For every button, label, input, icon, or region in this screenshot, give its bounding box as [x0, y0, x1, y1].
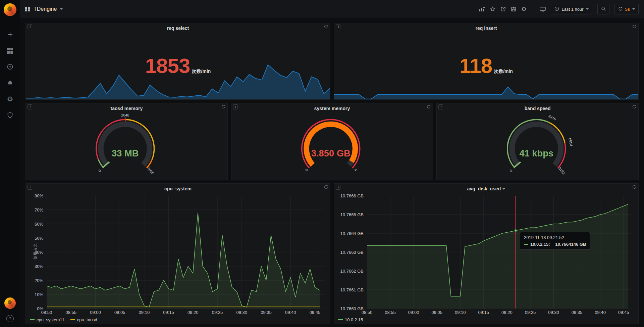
- dashboard-settings-gear-icon[interactable]: ⚙: [521, 6, 526, 12]
- y-tick-label: 10.7662 GB: [340, 269, 364, 274]
- y-tick-label: 10%: [35, 292, 43, 297]
- sidebar-item-server-admin[interactable]: [6, 111, 14, 119]
- y-tick-label: 50%: [35, 236, 43, 241]
- refresh-button[interactable]: 5s: [614, 4, 639, 14]
- singlestat-number: 1853: [145, 55, 190, 76]
- tooltip-time: 2019-11-13 09:21:52: [524, 235, 586, 240]
- panel-info-corner-icon[interactable]: i: [233, 104, 238, 109]
- grafana-app: ⚙ ? TDengine ⚙ Last 1 hour: [0, 0, 644, 327]
- shield-icon: [7, 112, 13, 119]
- dashboard-title[interactable]: TDengine: [34, 6, 57, 12]
- star-icon[interactable]: [490, 6, 495, 12]
- bell-icon: [7, 80, 13, 86]
- gauge-max-label: 4096: [147, 166, 155, 175]
- legend-item[interactable]: 10.0.2.15: [338, 317, 363, 322]
- gauge: 2048 0 4096 33 MB: [26, 113, 227, 178]
- sidebar-item-alerting[interactable]: [6, 79, 14, 87]
- x-tick-label: 09:10: [139, 310, 150, 315]
- x-tick-label: 09:40: [285, 310, 296, 315]
- y-axis-ticks: 10.7660 GB10.7661 GB10.7662 GB10.7663 GB…: [337, 196, 366, 309]
- panel-loading-icon[interactable]: [632, 104, 637, 110]
- singlestat-unit: 次数/min: [494, 68, 513, 75]
- singlestat-unit: 次数/min: [192, 68, 211, 75]
- singlestat-value: 118 次数/min: [334, 55, 638, 76]
- sidebar-item-explore[interactable]: [6, 63, 14, 71]
- refresh-icon: [618, 6, 623, 12]
- panel-band-speed: i band speed 0 4916 6554 8192 41 kbps: [436, 103, 639, 180]
- panel-loading-icon[interactable]: [426, 104, 431, 110]
- panel-req-select: i req select 1853 次数/min: [25, 23, 330, 100]
- x-tick-label: 09:10: [455, 310, 466, 315]
- panel-loading-icon[interactable]: [324, 185, 328, 191]
- panel-info-corner-icon[interactable]: i: [28, 185, 32, 190]
- panel-title[interactable]: avg_disk_used: [334, 186, 638, 191]
- gauge: 0 4916 6554 8192 41 kbps: [437, 113, 638, 178]
- panel-loading-icon[interactable]: [632, 185, 637, 191]
- plus-icon: [7, 31, 13, 38]
- sidebar: ⚙ ?: [0, 0, 20, 327]
- legend-item[interactable]: cpu_taosd: [70, 317, 97, 322]
- caret-down-icon: [502, 188, 505, 190]
- panel-info-corner-icon[interactable]: i: [336, 185, 340, 190]
- gauge-threshold-label: 6554: [568, 138, 574, 146]
- tv-mode-icon[interactable]: [540, 6, 546, 12]
- x-tick-label: 09:20: [187, 310, 199, 315]
- save-icon[interactable]: [511, 6, 516, 12]
- panel-taosd-memory: i taosd memory 2048 0 4096: [25, 103, 228, 180]
- x-tick-label: 09:45: [310, 310, 321, 315]
- panel-loading-icon[interactable]: [324, 24, 328, 30]
- navbar-right: ⚙ Last 1 hour 5s: [479, 4, 639, 14]
- gauge: 0 4 3.850 GB: [231, 113, 433, 178]
- help-icon[interactable]: ?: [6, 315, 14, 322]
- x-tick-label: 09:15: [163, 310, 174, 315]
- panel-title[interactable]: band speed: [437, 106, 638, 111]
- grafana-logo-icon[interactable]: [4, 3, 16, 16]
- panel-info-corner-icon[interactable]: i: [28, 24, 32, 29]
- x-tick-label: 09:05: [431, 310, 442, 315]
- gauge-value: 41 kbps: [519, 148, 553, 158]
- caret-down-icon: [632, 8, 635, 10]
- graph-plot[interactable]: 2019-11-13 09:21:52 10.0.2.15: 10.766414…: [367, 196, 633, 309]
- panel-title[interactable]: req select: [26, 26, 330, 31]
- x-tick-label: 08:55: [65, 310, 76, 315]
- x-tick-label: 09:20: [501, 310, 513, 315]
- panel-info-corner-icon[interactable]: i: [336, 24, 340, 29]
- panel-title[interactable]: req insert: [334, 26, 638, 31]
- dashboard: i req select 1853 次数/min i req insert 11…: [20, 18, 644, 327]
- x-tick-label: 09:35: [261, 310, 272, 315]
- graph-plot[interactable]: [47, 196, 325, 309]
- panel-title[interactable]: cpu_system: [26, 186, 330, 191]
- y-tick-label: 10.7660 GB: [340, 306, 364, 311]
- legend: cpu_system11cpu_taosd: [30, 317, 97, 322]
- add-panel-icon[interactable]: [479, 6, 485, 12]
- gauge-threshold-label: 4916: [548, 114, 557, 121]
- tooltip-value: 10.7664146 GB: [555, 242, 586, 247]
- gauge-value: 3.850 GB: [311, 148, 351, 158]
- sidebar-item-create[interactable]: [6, 31, 14, 38]
- sidebar-item-configuration[interactable]: ⚙: [6, 95, 14, 103]
- zoom-out-button[interactable]: [597, 4, 609, 14]
- panel-loading-icon[interactable]: [632, 24, 637, 30]
- panel-info-corner-icon[interactable]: i: [28, 104, 32, 109]
- panel-title[interactable]: taosd memory: [26, 106, 227, 111]
- time-range-button[interactable]: Last 1 hour: [551, 4, 592, 14]
- legend-series-name: cpu_system11: [37, 317, 64, 322]
- legend-swatch: [338, 319, 343, 320]
- panel-loading-icon[interactable]: [221, 104, 226, 110]
- singlestat-value: 1853 次数/min: [26, 55, 330, 76]
- x-tick-label: 08:50: [41, 310, 52, 315]
- legend-item[interactable]: cpu_system11: [30, 317, 64, 322]
- tooltip-series-swatch: [524, 244, 528, 245]
- panel-title[interactable]: system memory: [231, 106, 433, 111]
- sidebar-item-dashboards[interactable]: [6, 47, 14, 54]
- panel-title-text: avg_disk_used: [467, 186, 501, 191]
- y-tick-label: 40%: [35, 250, 43, 255]
- tooltip-series-name: 10.0.2.15:: [530, 242, 550, 247]
- apps-grid-icon[interactable]: [25, 6, 30, 12]
- user-avatar[interactable]: [4, 297, 16, 309]
- y-tick-label: 70%: [35, 207, 43, 213]
- share-icon[interactable]: [500, 6, 506, 12]
- panel-info-corner-icon[interactable]: i: [438, 104, 443, 109]
- dashboards-grid-icon: [7, 47, 13, 54]
- x-axis-ticks: 08:5008:5509:0009:0509:1009:1509:2009:25…: [47, 309, 325, 316]
